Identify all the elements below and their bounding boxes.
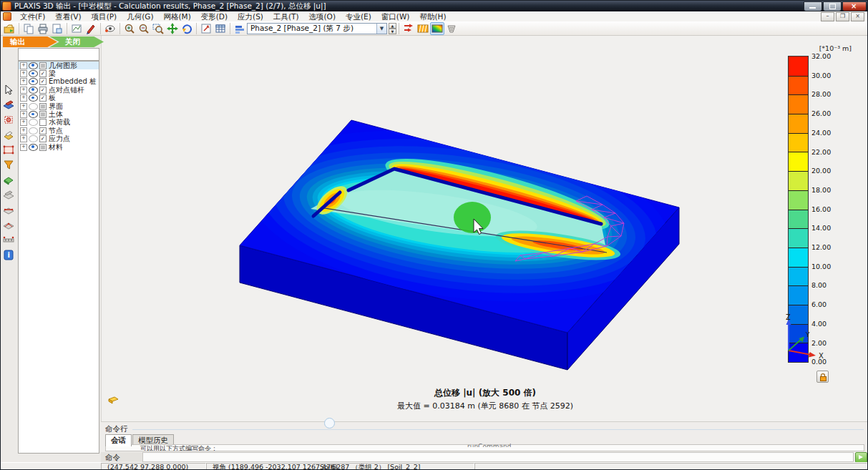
tree-checkbox[interactable] — [39, 119, 47, 126]
tree-filter-box[interactable] — [18, 48, 99, 61]
slice-c-icon[interactable] — [2, 218, 15, 231]
node-select-icon[interactable] — [2, 113, 15, 126]
menu-item-7[interactable]: 工具(T) — [268, 11, 304, 21]
tree-checkbox[interactable]: ✓ — [39, 87, 47, 94]
tree-item-3[interactable]: +✓点对点锚杆 — [19, 86, 99, 94]
rotate-button[interactable] — [180, 22, 194, 35]
print-button[interactable] — [36, 22, 50, 35]
tree-expander-icon[interactable]: + — [20, 62, 27, 69]
legend-band — [789, 57, 808, 76]
restore-button[interactable] — [823, 1, 842, 11]
phase-selector-dropdown[interactable]: Phase_2 [Phase_2] (第 7 步) ▼ — [247, 23, 387, 34]
tree-item-0[interactable]: +几何图形 — [19, 62, 99, 69]
gradient-pen-button[interactable] — [84, 22, 98, 35]
copy-button[interactable] — [21, 22, 36, 35]
legend-lock-button[interactable] — [816, 371, 829, 383]
volume-box-icon[interactable] — [2, 173, 15, 186]
svg-text:i: i — [8, 251, 10, 259]
expand-panel-icon[interactable] — [107, 396, 119, 404]
command-input[interactable] — [142, 452, 854, 462]
selection-box-icon[interactable] — [2, 143, 15, 156]
contour-shading-button[interactable] — [430, 22, 444, 35]
visibility-eye-icon[interactable] — [29, 127, 38, 134]
tree-checkbox[interactable]: ✓ — [39, 127, 47, 134]
tree-expander-icon[interactable]: + — [20, 94, 27, 102]
curves-chart-button[interactable] — [69, 22, 84, 35]
distance-measure-icon[interactable] — [2, 233, 15, 246]
tree-checkbox[interactable] — [39, 144, 47, 151]
tree-checkbox[interactable] — [39, 62, 47, 69]
tree-expander-icon[interactable]: + — [20, 111, 27, 118]
table-button[interactable] — [213, 22, 228, 35]
visibility-eye-icon[interactable] — [29, 94, 38, 102]
menu-item-6[interactable]: 应力(S) — [233, 11, 268, 21]
visibility-eye-icon[interactable] — [29, 70, 38, 77]
phase-step-spinner[interactable]: ▲▼ — [389, 23, 396, 34]
model-viewport[interactable]: [*10⁻³ m] 32.0030.0028.0026.0024.0022.00… — [101, 36, 868, 421]
tab-output[interactable]: 输出 — [3, 36, 57, 47]
open-project-button[interactable] — [2, 22, 16, 35]
menu-item-1[interactable]: 查看(V) — [50, 11, 86, 21]
pan-button[interactable] — [165, 22, 180, 35]
mdi-minimize-button[interactable]: – — [821, 12, 834, 21]
visibility-eye-icon[interactable] — [29, 135, 38, 142]
tree-item-10[interactable]: +材料 — [19, 143, 99, 151]
mdi-restore-button[interactable]: ❐ — [836, 12, 849, 21]
tree-checkbox[interactable] — [39, 103, 47, 110]
menu-item-5[interactable]: 变形(D) — [196, 11, 233, 21]
visibility-eye-icon[interactable] — [29, 62, 38, 69]
close-button[interactable]: × — [842, 1, 867, 11]
panel-splitter-handle[interactable] — [324, 418, 335, 429]
tree-expander-icon[interactable]: + — [20, 127, 27, 134]
tree-expander-icon[interactable]: + — [20, 87, 27, 94]
visibility-eye-icon[interactable] — [29, 87, 38, 94]
tab-close[interactable]: 关闭 — [49, 36, 104, 47]
menu-item-0[interactable]: 文件(F) — [15, 11, 50, 21]
report-icon[interactable] — [2, 128, 15, 141]
model-canvas[interactable] — [102, 36, 868, 421]
zoom-in-button[interactable] — [122, 22, 137, 35]
arrows-display-button[interactable] — [401, 22, 416, 35]
hide-items-button[interactable] — [103, 22, 117, 35]
tree-expander-icon[interactable]: + — [20, 144, 27, 151]
phases-button[interactable] — [233, 22, 247, 35]
visibility-eye-icon[interactable] — [29, 119, 38, 126]
visibility-eye-icon[interactable] — [29, 103, 38, 110]
tree-checkbox[interactable]: ✓ — [39, 94, 47, 102]
slice-b-icon[interactable] — [2, 203, 15, 216]
filter-icon[interactable] — [2, 158, 15, 171]
menu-item-2[interactable]: 项目(P) — [87, 11, 122, 21]
shading-display-button[interactable] — [416, 22, 430, 35]
export-image-button[interactable] — [50, 22, 64, 35]
menu-item-4[interactable]: 网格(M) — [159, 11, 196, 21]
select-arrow-icon[interactable] — [2, 83, 15, 96]
visibility-eye-icon[interactable] — [29, 78, 38, 85]
menu-item-9[interactable]: 专业(E) — [341, 11, 376, 21]
tree-checkbox[interactable]: ✓ — [39, 70, 47, 77]
menu-item-10[interactable]: 窗口(W) — [376, 11, 415, 21]
menu-item-11[interactable]: 帮助(H) — [414, 11, 451, 21]
shrinked-soil-button[interactable] — [444, 22, 459, 35]
tree-expander-icon[interactable]: + — [20, 78, 27, 85]
tree-expander-icon[interactable]: + — [20, 70, 27, 77]
visibility-eye-icon[interactable] — [29, 111, 38, 118]
tree-checkbox[interactable]: ✓ — [39, 135, 47, 142]
tree-expander-icon[interactable]: + — [20, 135, 27, 142]
visibility-eye-icon[interactable] — [29, 144, 38, 151]
run-command-button[interactable] — [855, 452, 867, 463]
zoom-rectangle-button[interactable] — [151, 22, 165, 35]
minimize-button[interactable] — [804, 1, 822, 11]
hint-box-icon[interactable]: i — [2, 248, 15, 261]
tree-checkbox[interactable]: ✓ — [39, 78, 47, 85]
tab-session[interactable]: 会话 — [105, 434, 132, 446]
zoom-out-button[interactable] — [137, 22, 151, 35]
reset-view-button[interactable] — [199, 22, 213, 35]
tree-checkbox[interactable] — [39, 111, 47, 118]
slice-a-icon[interactable] — [2, 188, 15, 201]
tree-expander-icon[interactable]: + — [20, 119, 27, 126]
mdi-close-button[interactable]: × — [851, 12, 864, 21]
menu-item-8[interactable]: 选项(O) — [304, 11, 341, 21]
menu-item-3[interactable]: 几何(G) — [122, 11, 158, 21]
tree-expander-icon[interactable]: + — [20, 103, 27, 110]
cross-section-icon[interactable] — [2, 98, 15, 111]
